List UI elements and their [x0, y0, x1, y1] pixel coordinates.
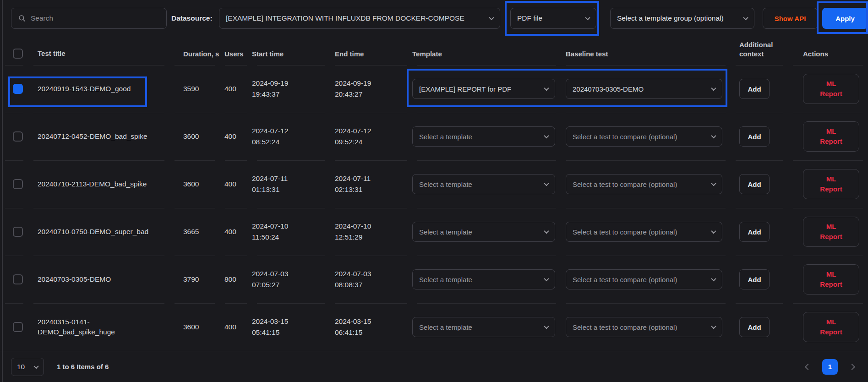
table-row: 20240315-0141-DEMO_bad_spike_huge 3600 4…	[0, 303, 868, 351]
users-value: 400	[220, 208, 252, 256]
tests-table: Test title Duration, s Users Start time …	[0, 37, 868, 351]
test-title: 20240919-1543-DEMO_good	[28, 65, 169, 113]
apply-button[interactable]: Apply	[822, 8, 868, 29]
start-time-value: 2024-09-1919:43:37	[252, 78, 330, 100]
select-all-checkbox[interactable]	[13, 49, 23, 59]
chevron-down-icon	[544, 276, 549, 281]
duration-value: 3665	[169, 208, 220, 256]
col-header-start-time: Start time	[252, 37, 330, 65]
test-title: 20240703-0305-DEMO	[28, 256, 169, 303]
previous-page-button[interactable]	[802, 361, 814, 373]
ml-report-button[interactable]: ML Report	[803, 74, 859, 104]
table-row: 20240703-0305-DEMO 3790 800 2024-07-0307…	[0, 256, 868, 303]
users-value: 400	[220, 160, 252, 208]
add-context-button[interactable]: Add	[739, 79, 770, 99]
row-checkbox[interactable]	[13, 131, 23, 142]
end-time-value: 2024-09-1920:43:27	[335, 78, 412, 100]
row-checkbox[interactable]	[13, 227, 23, 237]
add-context-button[interactable]: Add	[739, 174, 770, 194]
template-select[interactable]: Select a template	[412, 126, 555, 147]
test-title: 20240315-0141-DEMO_bad_spike_huge	[28, 303, 169, 351]
report-format-select[interactable]: PDF file	[510, 8, 596, 29]
table-header-row: Test title Duration, s Users Start time …	[0, 37, 868, 65]
table-row: 20240710-0750-DEMO_super_bad 3665 400 20…	[0, 208, 868, 256]
row-checkbox[interactable]	[13, 179, 23, 189]
current-page-button[interactable]: 1	[822, 359, 838, 375]
next-page-button[interactable]	[846, 361, 858, 373]
show-api-button[interactable]: Show API	[763, 8, 818, 29]
add-context-button[interactable]: Add	[739, 317, 770, 337]
row-checkbox[interactable]	[13, 84, 23, 94]
end-time-value: 2024-07-1102:13:31	[335, 173, 412, 195]
tests-report-page: Datasource: [EXAMPLE] INTEGRATION WITH I…	[0, 0, 868, 382]
row-checkbox[interactable]	[13, 322, 23, 332]
baseline-select[interactable]: Select a test to compare (optional)	[566, 222, 722, 242]
ml-report-button[interactable]: ML Report	[803, 169, 859, 199]
left-edge-divider	[2, 0, 3, 382]
end-time-value: 2024-07-1209:52:24	[335, 126, 412, 147]
baseline-select[interactable]: Select a test to compare (optional)	[566, 269, 722, 289]
chevron-left-icon	[805, 363, 811, 370]
chevron-down-icon	[585, 15, 590, 20]
page-size-select[interactable]: 10	[11, 358, 44, 376]
chevron-down-icon	[544, 324, 549, 329]
template-select[interactable]: [EXAMPLE] REPORT for PDF	[412, 79, 555, 99]
col-header-additional-context: Additional context	[731, 37, 788, 65]
datasource-select[interactable]: [EXAMPLE] INTEGRATION WITH INFLUXDB FROM…	[219, 8, 500, 29]
test-title: 20240710-0750-DEMO_super_bad	[28, 208, 169, 256]
add-context-button[interactable]: Add	[739, 269, 770, 289]
duration-value: 3600	[169, 303, 220, 351]
table-row: 20240712-0452-DEMO_bad_spike 3600 400 20…	[0, 113, 868, 160]
col-header-test-title: Test title	[28, 37, 169, 65]
start-time-value: 2024-07-1208:52:24	[252, 126, 330, 147]
start-time-value: 2024-03-1505:41:15	[252, 316, 330, 338]
baseline-select[interactable]: Select a test to compare (optional)	[566, 126, 722, 147]
table-row: 20240710-2113-DEMO_bad_spike 3600 400 20…	[0, 160, 868, 208]
row-checkbox[interactable]	[13, 274, 23, 284]
search-input[interactable]	[31, 14, 160, 22]
template-select[interactable]: Select a template	[412, 317, 555, 337]
page-size-value: 10	[17, 363, 25, 371]
end-time-value: 2024-03-1506:41:15	[335, 316, 412, 338]
start-time-value: 2024-07-0307:05:27	[252, 268, 330, 290]
datasource-value: [EXAMPLE] INTEGRATION WITH INFLUXDB FROM…	[226, 14, 464, 22]
chevron-down-icon	[544, 229, 549, 234]
ml-report-button[interactable]: ML Report	[803, 217, 859, 247]
chevron-down-icon	[711, 324, 716, 329]
chevron-down-icon	[544, 86, 549, 91]
baseline-select[interactable]: 20240703-0305-DEMO	[566, 79, 722, 99]
chevron-down-icon	[33, 363, 38, 368]
chevron-down-icon	[711, 276, 716, 281]
ml-report-button[interactable]: ML Report	[803, 121, 859, 152]
search-box[interactable]	[11, 8, 167, 29]
baseline-select[interactable]: Select a test to compare (optional)	[566, 174, 722, 194]
ml-report-button[interactable]: ML Report	[803, 264, 859, 295]
baseline-select[interactable]: Select a test to compare (optional)	[566, 317, 722, 337]
col-header-actions: Actions	[788, 37, 868, 65]
col-header-users: Users	[220, 37, 252, 65]
users-value: 400	[220, 303, 252, 351]
duration-value: 3590	[169, 65, 220, 113]
add-context-button[interactable]: Add	[739, 222, 770, 242]
test-title: 20240712-0452-DEMO_bad_spike	[28, 113, 169, 160]
users-value: 400	[220, 65, 252, 113]
end-time-value: 2024-07-0308:08:37	[335, 268, 412, 290]
col-header-template: Template	[412, 37, 561, 65]
chevron-down-icon	[711, 181, 716, 186]
users-value: 800	[220, 256, 252, 303]
add-context-button[interactable]: Add	[739, 126, 770, 147]
template-group-select[interactable]: Select a template group (optional)	[610, 8, 754, 29]
report-format-value: PDF file	[517, 14, 542, 22]
chevron-down-icon	[544, 133, 549, 138]
template-select[interactable]: Select a template	[412, 269, 555, 289]
ml-report-button[interactable]: ML Report	[803, 312, 859, 342]
users-value: 400	[220, 113, 252, 160]
table-row: 20240919-1543-DEMO_good 3590 400 2024-09…	[0, 65, 868, 113]
template-select[interactable]: Select a template	[412, 222, 555, 242]
test-title: 20240710-2113-DEMO_bad_spike	[28, 160, 169, 208]
template-select[interactable]: Select a template	[412, 174, 555, 194]
chevron-down-icon	[711, 133, 716, 138]
chevron-down-icon	[711, 229, 716, 234]
start-time-value: 2024-07-1101:13:31	[252, 173, 330, 195]
chevron-down-icon	[711, 86, 716, 91]
